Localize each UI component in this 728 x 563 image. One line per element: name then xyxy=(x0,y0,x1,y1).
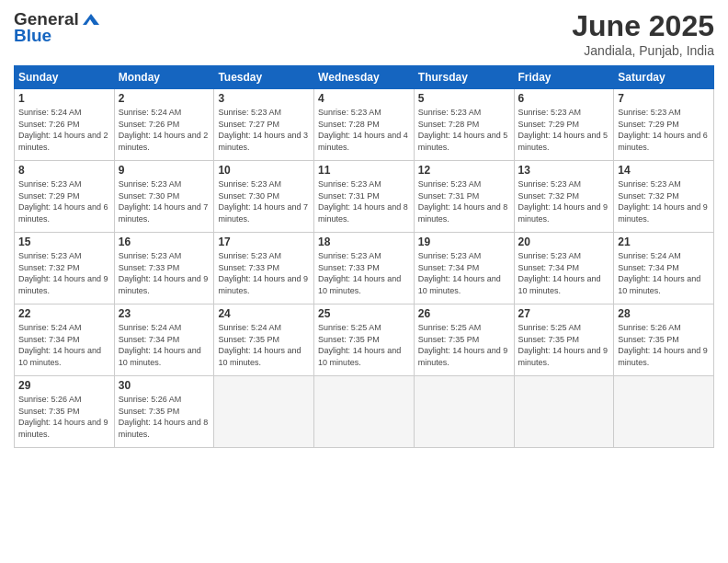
day-number: 30 xyxy=(119,379,210,392)
table-row: 10 Sunrise: 5:23 AM Sunset: 7:30 PM Dayl… xyxy=(214,161,314,233)
day-detail: Sunrise: 5:23 AM Sunset: 7:34 PM Dayligh… xyxy=(418,250,510,296)
table-row: 12 Sunrise: 5:23 AM Sunset: 7:31 PM Dayl… xyxy=(414,161,514,233)
day-number: 13 xyxy=(518,164,610,177)
day-detail: Sunrise: 5:23 AM Sunset: 7:33 PM Dayligh… xyxy=(218,250,310,296)
day-number: 9 xyxy=(119,164,210,177)
day-number: 4 xyxy=(318,92,410,105)
table-row: 4 Sunrise: 5:23 AM Sunset: 7:28 PM Dayli… xyxy=(314,89,415,161)
day-detail: Sunrise: 5:23 AM Sunset: 7:28 PM Dayligh… xyxy=(418,107,510,153)
day-detail: Sunrise: 5:23 AM Sunset: 7:30 PM Dayligh… xyxy=(119,178,210,224)
day-detail: Sunrise: 5:24 AM Sunset: 7:26 PM Dayligh… xyxy=(18,107,110,153)
day-number: 14 xyxy=(618,164,710,177)
logo-icon xyxy=(81,12,101,27)
table-row: 24 Sunrise: 5:24 AM Sunset: 7:35 PM Dayl… xyxy=(214,304,314,376)
day-number: 10 xyxy=(218,164,310,177)
table-row: 7 Sunrise: 5:23 AM Sunset: 7:29 PM Dayli… xyxy=(614,89,714,161)
day-detail: Sunrise: 5:26 AM Sunset: 7:35 PM Dayligh… xyxy=(119,394,210,440)
day-detail: Sunrise: 5:23 AM Sunset: 7:27 PM Dayligh… xyxy=(218,107,310,153)
day-number: 19 xyxy=(418,236,510,248)
col-thursday: Thursday xyxy=(414,66,514,89)
table-row: 16 Sunrise: 5:23 AM Sunset: 7:33 PM Dayl… xyxy=(114,233,214,304)
day-detail: Sunrise: 5:23 AM Sunset: 7:28 PM Dayligh… xyxy=(318,107,410,153)
day-detail: Sunrise: 5:23 AM Sunset: 7:29 PM Dayligh… xyxy=(518,107,610,153)
table-row: 3 Sunrise: 5:23 AM Sunset: 7:27 PM Dayli… xyxy=(214,89,314,161)
table-row: 22 Sunrise: 5:24 AM Sunset: 7:34 PM Dayl… xyxy=(15,304,115,376)
table-row xyxy=(614,376,714,448)
title-block: June 2025 Jandiala, Punjab, India xyxy=(572,9,714,58)
day-detail: Sunrise: 5:23 AM Sunset: 7:29 PM Dayligh… xyxy=(618,107,710,153)
month-title: June 2025 xyxy=(572,9,714,43)
day-detail: Sunrise: 5:26 AM Sunset: 7:35 PM Dayligh… xyxy=(18,394,110,440)
day-number: 2 xyxy=(119,92,210,105)
col-wednesday: Wednesday xyxy=(314,66,415,89)
day-number: 24 xyxy=(218,307,310,320)
calendar-week-row: 29 Sunrise: 5:26 AM Sunset: 7:35 PM Dayl… xyxy=(15,376,714,448)
day-number: 22 xyxy=(18,307,110,320)
logo: General Blue xyxy=(14,9,103,46)
day-number: 7 xyxy=(618,92,710,105)
day-number: 17 xyxy=(218,236,310,248)
table-row: 2 Sunrise: 5:24 AM Sunset: 7:26 PM Dayli… xyxy=(114,89,214,161)
col-friday: Friday xyxy=(514,66,614,89)
day-detail: Sunrise: 5:23 AM Sunset: 7:33 PM Dayligh… xyxy=(318,250,410,296)
table-row xyxy=(214,376,314,448)
col-monday: Monday xyxy=(114,66,214,89)
day-detail: Sunrise: 5:25 AM Sunset: 7:35 PM Dayligh… xyxy=(418,322,510,368)
col-tuesday: Tuesday xyxy=(214,66,314,89)
table-row: 29 Sunrise: 5:26 AM Sunset: 7:35 PM Dayl… xyxy=(15,376,115,448)
day-detail: Sunrise: 5:23 AM Sunset: 7:31 PM Dayligh… xyxy=(318,178,410,224)
day-number: 20 xyxy=(518,236,610,248)
table-row: 5 Sunrise: 5:23 AM Sunset: 7:28 PM Dayli… xyxy=(414,89,514,161)
table-row: 25 Sunrise: 5:25 AM Sunset: 7:35 PM Dayl… xyxy=(314,304,415,376)
table-row xyxy=(314,376,415,448)
day-number: 21 xyxy=(618,236,710,248)
table-row: 8 Sunrise: 5:23 AM Sunset: 7:29 PM Dayli… xyxy=(15,161,115,233)
table-row xyxy=(514,376,614,448)
calendar-week-row: 1 Sunrise: 5:24 AM Sunset: 7:26 PM Dayli… xyxy=(15,89,714,161)
day-detail: Sunrise: 5:24 AM Sunset: 7:26 PM Dayligh… xyxy=(119,107,210,153)
day-detail: Sunrise: 5:23 AM Sunset: 7:32 PM Dayligh… xyxy=(518,178,610,224)
logo-blue: Blue xyxy=(14,26,51,46)
day-detail: Sunrise: 5:24 AM Sunset: 7:35 PM Dayligh… xyxy=(218,322,310,368)
table-row: 14 Sunrise: 5:23 AM Sunset: 7:32 PM Dayl… xyxy=(614,161,714,233)
day-number: 15 xyxy=(18,236,110,248)
day-number: 5 xyxy=(418,92,510,105)
table-row: 19 Sunrise: 5:23 AM Sunset: 7:34 PM Dayl… xyxy=(414,233,514,304)
day-number: 1 xyxy=(18,92,110,105)
day-detail: Sunrise: 5:24 AM Sunset: 7:34 PM Dayligh… xyxy=(618,250,710,296)
day-detail: Sunrise: 5:23 AM Sunset: 7:32 PM Dayligh… xyxy=(18,250,110,296)
day-number: 25 xyxy=(318,307,410,320)
table-row xyxy=(414,376,514,448)
day-number: 23 xyxy=(119,307,210,320)
calendar-week-row: 15 Sunrise: 5:23 AM Sunset: 7:32 PM Dayl… xyxy=(15,233,714,304)
day-detail: Sunrise: 5:23 AM Sunset: 7:30 PM Dayligh… xyxy=(218,178,310,224)
day-number: 3 xyxy=(218,92,310,105)
day-number: 6 xyxy=(518,92,610,105)
calendar-header-row: Sunday Monday Tuesday Wednesday Thursday… xyxy=(15,66,714,89)
day-detail: Sunrise: 5:23 AM Sunset: 7:34 PM Dayligh… xyxy=(518,250,610,296)
table-row: 1 Sunrise: 5:24 AM Sunset: 7:26 PM Dayli… xyxy=(15,89,115,161)
day-number: 12 xyxy=(418,164,510,177)
day-number: 18 xyxy=(318,236,410,248)
day-detail: Sunrise: 5:25 AM Sunset: 7:35 PM Dayligh… xyxy=(318,322,410,368)
day-detail: Sunrise: 5:25 AM Sunset: 7:35 PM Dayligh… xyxy=(518,322,610,368)
day-number: 11 xyxy=(318,164,410,177)
day-number: 29 xyxy=(18,379,110,392)
table-row: 21 Sunrise: 5:24 AM Sunset: 7:34 PM Dayl… xyxy=(614,233,714,304)
table-row: 15 Sunrise: 5:23 AM Sunset: 7:32 PM Dayl… xyxy=(15,233,115,304)
table-row: 30 Sunrise: 5:26 AM Sunset: 7:35 PM Dayl… xyxy=(114,376,214,448)
col-saturday: Saturday xyxy=(614,66,714,89)
day-number: 16 xyxy=(119,236,210,248)
table-row: 13 Sunrise: 5:23 AM Sunset: 7:32 PM Dayl… xyxy=(514,161,614,233)
day-detail: Sunrise: 5:24 AM Sunset: 7:34 PM Dayligh… xyxy=(18,322,110,368)
day-number: 8 xyxy=(18,164,110,177)
table-row: 23 Sunrise: 5:24 AM Sunset: 7:34 PM Dayl… xyxy=(114,304,214,376)
day-detail: Sunrise: 5:23 AM Sunset: 7:31 PM Dayligh… xyxy=(418,178,510,224)
table-row: 6 Sunrise: 5:23 AM Sunset: 7:29 PM Dayli… xyxy=(514,89,614,161)
location-subtitle: Jandiala, Punjab, India xyxy=(572,43,714,58)
day-detail: Sunrise: 5:23 AM Sunset: 7:32 PM Dayligh… xyxy=(618,178,710,224)
table-row: 27 Sunrise: 5:25 AM Sunset: 7:35 PM Dayl… xyxy=(514,304,614,376)
table-row: 17 Sunrise: 5:23 AM Sunset: 7:33 PM Dayl… xyxy=(214,233,314,304)
day-detail: Sunrise: 5:24 AM Sunset: 7:34 PM Dayligh… xyxy=(119,322,210,368)
col-sunday: Sunday xyxy=(15,66,115,89)
